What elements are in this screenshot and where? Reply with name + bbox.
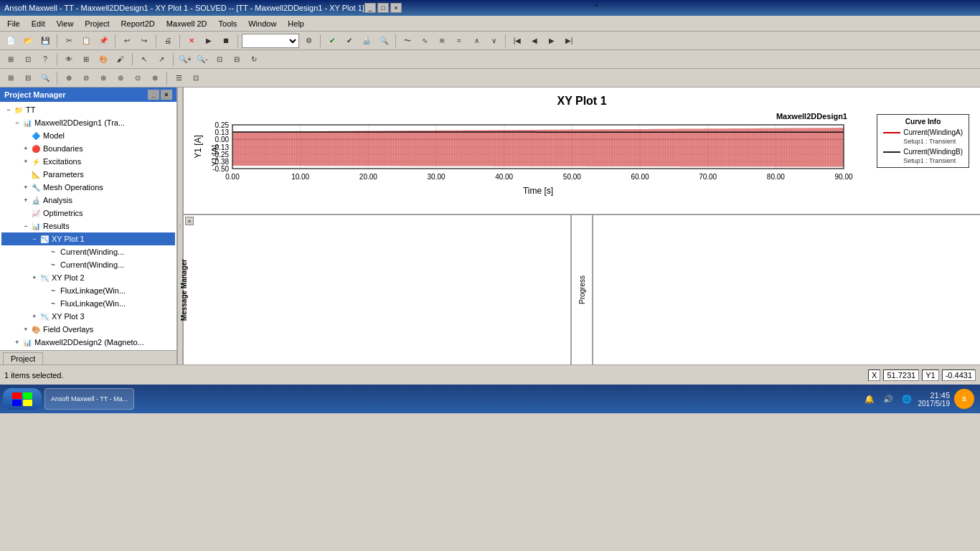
tree-node-fluxA[interactable]: ~FluxLinkage(Win... bbox=[1, 284, 175, 297]
expand-maxwell1[interactable]: − bbox=[13, 118, 22, 127]
tree-node-mesh_ops[interactable]: +🔧Mesh Operations bbox=[1, 181, 175, 194]
wave2-btn[interactable]: ∿ bbox=[417, 33, 433, 49]
new-btn[interactable]: 📄 bbox=[3, 33, 19, 49]
minimize-btn[interactable]: _ bbox=[364, 3, 376, 13]
expand-field_overlays[interactable]: + bbox=[22, 325, 30, 334]
t11-btn[interactable]: ⊡ bbox=[188, 70, 204, 86]
tray-icon-2[interactable]: 🔊 bbox=[881, 392, 895, 406]
panel-minimize[interactable]: _ bbox=[148, 90, 159, 100]
wave1-btn[interactable]: 〜 bbox=[400, 33, 415, 49]
nav-end[interactable]: ▶| bbox=[561, 33, 577, 49]
t7-btn[interactable]: ⊚ bbox=[113, 70, 128, 86]
tree-node-results[interactable]: −📊Results bbox=[1, 220, 175, 232]
menu-help[interactable]: Help bbox=[282, 18, 310, 29]
menu-edit[interactable]: Edit bbox=[26, 18, 51, 29]
menu-project[interactable]: Project bbox=[79, 18, 115, 29]
tree-node-fluxB[interactable]: ~FluxLinkage(Win... bbox=[1, 297, 175, 310]
menu-tools[interactable]: Tools bbox=[213, 18, 243, 29]
tree-node-model[interactable]: 🔷Model bbox=[1, 129, 175, 142]
zoom-fit-btn[interactable]: ⊡ bbox=[212, 52, 227, 67]
tree-node-xyplot1[interactable]: −📉XY Plot 1 bbox=[1, 232, 175, 245]
snap-btn[interactable]: ⊞ bbox=[3, 52, 19, 67]
restore-btn[interactable]: □ bbox=[377, 3, 389, 13]
panel-close[interactable]: × bbox=[161, 90, 172, 100]
t1-btn[interactable]: ⊞ bbox=[3, 70, 19, 86]
color-btn[interactable]: 🎨 bbox=[95, 52, 111, 67]
analyze-btn[interactable]: 🔬 bbox=[359, 33, 374, 49]
tree-node-currentA[interactable]: ~Current(Winding... bbox=[1, 245, 175, 258]
plot-canvas[interactable] bbox=[191, 110, 973, 201]
expand-excitations[interactable]: + bbox=[22, 157, 30, 166]
expand-xyplot2[interactable]: + bbox=[30, 273, 39, 282]
zoom-box-btn[interactable]: ⊟ bbox=[229, 52, 245, 67]
window-controls[interactable]: _ □ × bbox=[364, 3, 402, 13]
tree-node-boundaries[interactable]: +🔴Boundaries bbox=[1, 142, 175, 155]
expand-mesh_ops[interactable]: + bbox=[22, 183, 30, 192]
t8-btn[interactable]: ⊙ bbox=[130, 70, 146, 86]
message-close-btn[interactable]: × bbox=[185, 217, 194, 225]
wave3-btn[interactable]: ≋ bbox=[434, 33, 450, 49]
tree-node-excitations[interactable]: +⚡Excitations bbox=[1, 155, 175, 168]
redo-btn[interactable]: ↪ bbox=[136, 33, 152, 49]
expand-fluxA[interactable] bbox=[39, 286, 47, 295]
expand-analysis[interactable]: + bbox=[22, 196, 30, 204]
t9-btn[interactable]: ⊗ bbox=[147, 70, 163, 86]
expand-tt[interactable]: − bbox=[4, 105, 13, 114]
expand-fluxB[interactable] bbox=[39, 299, 47, 308]
grid-btn[interactable]: ⊡ bbox=[20, 52, 36, 67]
tree-node-maxwell1[interactable]: −📊Maxwell2DDesign1 (Tra... bbox=[1, 116, 175, 129]
validate-btn[interactable]: ✔ bbox=[341, 33, 357, 49]
open-btn[interactable]: 📂 bbox=[20, 33, 36, 49]
mode-btn[interactable]: ⚙ bbox=[301, 33, 316, 49]
t4-btn[interactable]: ⊕ bbox=[61, 70, 77, 86]
cut-btn[interactable]: ✂ bbox=[61, 33, 77, 49]
run-btn[interactable]: ▶ bbox=[201, 33, 217, 49]
tree-node-parameters[interactable]: 📐Parameters bbox=[1, 168, 175, 181]
t2-btn[interactable]: ⊟ bbox=[20, 70, 36, 86]
layers-btn[interactable]: ⊞ bbox=[78, 52, 94, 67]
plot-inner[interactable]: Y1 [A] Maxwell2DDesign1 Curve Info Curre… bbox=[191, 110, 973, 201]
brush-btn[interactable]: 🖌 bbox=[113, 52, 128, 67]
save-btn[interactable]: 💾 bbox=[37, 33, 53, 49]
tree-node-analysis[interactable]: +🔬Analysis bbox=[1, 194, 175, 207]
check-btn[interactable]: ✔ bbox=[324, 33, 340, 49]
rotate-btn[interactable]: ↻ bbox=[246, 52, 262, 67]
zoom-btn[interactable]: 🔍 bbox=[376, 33, 392, 49]
delete-btn[interactable]: ✕ bbox=[184, 33, 199, 49]
tray-icon-1[interactable]: 🔔 bbox=[862, 392, 877, 406]
paste-btn[interactable]: 📌 bbox=[95, 33, 111, 49]
t5-btn[interactable]: ⊘ bbox=[78, 70, 94, 86]
menu-view[interactable]: View bbox=[51, 18, 80, 29]
wave5-btn[interactable]: ∧ bbox=[468, 33, 484, 49]
taskbar-app-maxwell[interactable]: Ansoft Maxwell - TT - Ma... bbox=[44, 388, 134, 410]
t6-btn[interactable]: ⊛ bbox=[95, 70, 111, 86]
nav-prev[interactable]: ◀ bbox=[527, 33, 542, 49]
mode-select[interactable] bbox=[242, 34, 299, 48]
nav-start[interactable]: |◀ bbox=[509, 33, 525, 49]
close-btn[interactable]: × bbox=[390, 3, 402, 13]
zoom-in-btn[interactable]: 🔍+ bbox=[177, 52, 193, 67]
expand-maxwell2[interactable]: + bbox=[13, 338, 22, 347]
tree-node-optimetrics[interactable]: 📈Optimetrics bbox=[1, 207, 175, 220]
expand-model[interactable] bbox=[22, 131, 30, 140]
copy-btn[interactable]: 📋 bbox=[78, 33, 94, 49]
expand-xyplot3[interactable]: + bbox=[30, 312, 39, 321]
t10-btn[interactable]: ☰ bbox=[171, 70, 187, 86]
tree-node-xyplot3[interactable]: +📉XY Plot 3 bbox=[1, 310, 175, 323]
tree-node-xyplot2[interactable]: +📉XY Plot 2 bbox=[1, 271, 175, 284]
tree-node-maxwell2[interactable]: +📊Maxwell2DDesign2 (Magneto... bbox=[1, 336, 175, 349]
eye-btn[interactable]: 👁 bbox=[61, 52, 77, 67]
menu-window[interactable]: Window bbox=[242, 18, 282, 29]
t3-btn[interactable]: 🔍 bbox=[37, 70, 53, 86]
zoom-out-btn[interactable]: 🔍- bbox=[194, 52, 210, 67]
start-button[interactable] bbox=[3, 388, 42, 410]
tray-icon-3[interactable]: 🌐 bbox=[900, 392, 914, 406]
expand-optimetrics[interactable] bbox=[22, 209, 30, 217]
select-btn[interactable]: ↖ bbox=[136, 52, 152, 67]
tree-node-tt[interactable]: −📁TT bbox=[1, 103, 175, 116]
expand-currentB[interactable] bbox=[39, 260, 47, 269]
expand-parameters[interactable] bbox=[22, 170, 30, 179]
question-btn[interactable]: ? bbox=[37, 52, 53, 67]
expand-results[interactable]: − bbox=[22, 222, 30, 230]
wave6-btn[interactable]: ∨ bbox=[486, 33, 501, 49]
